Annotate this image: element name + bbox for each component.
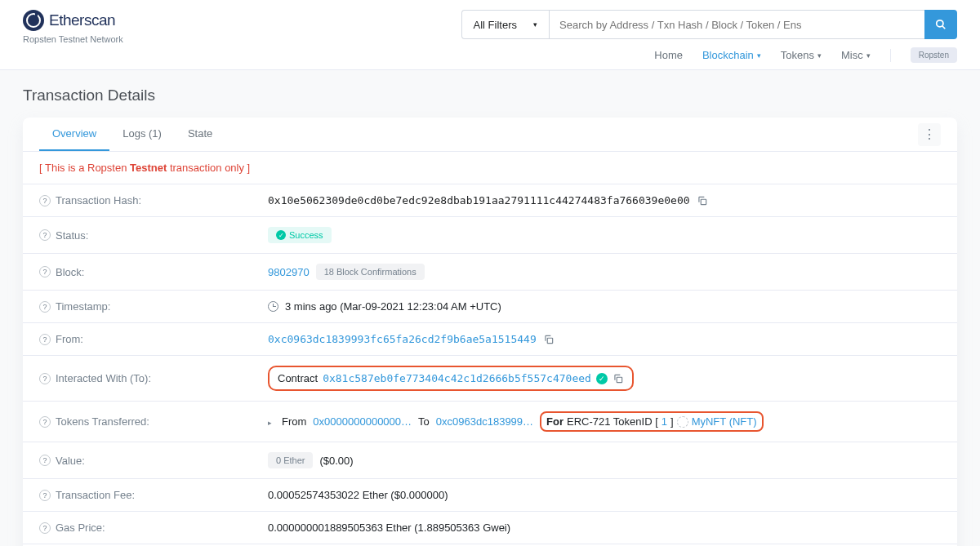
- nav-home[interactable]: Home: [654, 49, 683, 61]
- to-highlight-box: Contract 0x81c587eb0fe773404c42c1d2666b5…: [268, 366, 634, 391]
- arrow-right-icon: [268, 415, 275, 428]
- row-txn-hash: ? Transaction Hash: 0x10e5062309de0cd0be…: [23, 184, 957, 217]
- svg-rect-3: [547, 338, 552, 343]
- tokens-name-link[interactable]: MyNFT (NFT): [692, 415, 757, 428]
- row-value: ? Value: 0 Ether ($0.00): [23, 442, 957, 479]
- svg-rect-2: [701, 199, 706, 204]
- label-from: ? From:: [39, 333, 268, 345]
- tab-state[interactable]: State: [175, 118, 225, 151]
- help-icon[interactable]: ?: [39, 334, 51, 345]
- label-value: ? Value:: [39, 455, 268, 467]
- to-address-link[interactable]: 0x81c587eb0fe773404c42c1d2666b5f557c470e…: [323, 372, 591, 384]
- nav-divider: [890, 49, 891, 62]
- verified-icon: ✓: [596, 373, 608, 384]
- copy-icon[interactable]: [543, 334, 555, 345]
- label-gas: ? Gas Price:: [39, 522, 268, 534]
- help-icon[interactable]: ?: [39, 266, 51, 277]
- value-status: Success: [268, 227, 941, 243]
- svg-rect-4: [617, 377, 621, 382]
- search-input[interactable]: [549, 10, 924, 39]
- row-block: ? Block: 9802970 18 Block Confirmations: [23, 254, 957, 291]
- label-to: ? Interacted With (To):: [39, 372, 268, 384]
- value-usd: ($0.00): [319, 455, 353, 467]
- status-badge: Success: [268, 227, 332, 243]
- help-icon[interactable]: ?: [39, 301, 51, 313]
- tokens-for-label: For: [546, 415, 564, 428]
- label-timestamp: ? Timestamp:: [39, 300, 268, 313]
- header-right: All Filters ▾ Home Blockchain ▾ Tokens ▾…: [461, 10, 957, 63]
- value-txn-hash: 0x10e5062309de0cd0be7edc92e8dbab191aa279…: [268, 194, 941, 206]
- network-label: Ropsten Testnet Network: [23, 34, 123, 44]
- tabs-row: Overview Logs (1) State ⋮: [23, 118, 957, 152]
- help-icon[interactable]: ?: [39, 416, 51, 428]
- logo-text: Etherscan: [49, 11, 115, 29]
- row-to: ? Interacted With (To): Contract 0x81c58…: [23, 356, 957, 402]
- block-confirmations: 18 Block Confirmations: [316, 264, 425, 280]
- ropsten-badge[interactable]: Ropsten: [911, 47, 957, 63]
- value-gas: 0.000000001889505363 Ether (1.889505363 …: [268, 522, 941, 534]
- help-icon[interactable]: ?: [39, 522, 51, 534]
- tokens-erc: ERC-721 TokenID [: [567, 415, 658, 428]
- chevron-down-icon: ▾: [866, 51, 871, 60]
- transaction-card: Overview Logs (1) State ⋮ [ This is a Ro…: [23, 118, 957, 546]
- clock-icon: [268, 301, 278, 312]
- txn-hash-text: 0x10e5062309de0cd0be7edc92e8dbab191aa279…: [268, 194, 690, 206]
- value-value: 0 Ether ($0.00): [268, 452, 941, 468]
- filter-dropdown[interactable]: All Filters ▾: [461, 10, 549, 39]
- label-status: ? Status:: [39, 229, 268, 242]
- value-fee: 0.00052574353022 Ether ($0.000000): [268, 489, 941, 501]
- page-title: Transaction Details: [0, 70, 980, 118]
- more-button[interactable]: ⋮: [918, 123, 941, 146]
- fee-text: 0.00052574353022 Ether ($0.000000): [268, 489, 448, 501]
- tab-logs[interactable]: Logs (1): [109, 118, 175, 151]
- tokens-to-link[interactable]: 0xc0963dc183999…: [436, 415, 533, 428]
- row-timestamp: ? Timestamp: 3 mins ago (Mar-09-2021 12:…: [23, 291, 957, 323]
- value-block: 9802970 18 Block Confirmations: [268, 264, 941, 280]
- chevron-down-icon: ▾: [533, 20, 537, 29]
- block-link[interactable]: 9802970: [268, 266, 310, 278]
- row-tokens: ? Tokens Transferred: From 0x00000000000…: [23, 402, 957, 442]
- nav-blockchain[interactable]: Blockchain ▾: [702, 49, 761, 61]
- tabs: Overview Logs (1) State: [39, 118, 225, 151]
- copy-icon[interactable]: [697, 195, 708, 206]
- timestamp-text: 3 mins ago (Mar-09-2021 12:23:04 AM +UTC…: [285, 300, 501, 313]
- row-gas: ? Gas Price: 0.000000001889505363 Ether …: [23, 512, 957, 544]
- to-prefix: Contract: [278, 372, 318, 384]
- nav-tokens[interactable]: Tokens ▾: [781, 49, 822, 61]
- value-to: Contract 0x81c587eb0fe773404c42c1d2666b5…: [268, 366, 941, 391]
- logo[interactable]: Etherscan: [23, 10, 123, 31]
- help-icon[interactable]: ?: [39, 490, 51, 501]
- svg-point-0: [937, 20, 943, 27]
- gas-text: 0.000000001889505363 Ether (1.889505363 …: [268, 522, 510, 534]
- label-txn-hash: ? Transaction Hash:: [39, 194, 268, 206]
- tokens-from-link[interactable]: 0x0000000000000…: [313, 415, 412, 428]
- help-icon[interactable]: ?: [39, 195, 51, 206]
- label-block: ? Block:: [39, 266, 268, 278]
- nav-row: Home Blockchain ▾ Tokens ▾ Misc ▾ Ropste…: [654, 47, 957, 63]
- label-fee: ? Transaction Fee:: [39, 489, 268, 501]
- tokens-from-label: From: [282, 415, 306, 428]
- tokens-id-link[interactable]: 1: [662, 415, 667, 428]
- tokens-to-label: To: [418, 415, 430, 428]
- filter-label: All Filters: [474, 19, 517, 31]
- row-status: ? Status: Success: [23, 217, 957, 254]
- search-icon: [935, 19, 947, 30]
- copy-icon[interactable]: [612, 373, 624, 384]
- value-badge: 0 Ether: [268, 452, 313, 468]
- value-from: 0xc0963dc1839993fc65fa26cd2f9b6ae5a15154…: [268, 333, 941, 345]
- search-row: All Filters ▾: [461, 10, 957, 39]
- row-from: ? From: 0xc0963dc1839993fc65fa26cd2f9b6a…: [23, 323, 957, 356]
- value-tokens: From 0x0000000000000… To 0xc0963dc183999…: [268, 411, 941, 432]
- chevron-down-icon: ▾: [757, 51, 761, 60]
- help-icon[interactable]: ?: [39, 373, 51, 384]
- logo-icon: [23, 10, 44, 31]
- header: Etherscan Ropsten Testnet Network All Fi…: [0, 0, 980, 70]
- value-timestamp: 3 mins ago (Mar-09-2021 12:23:04 AM +UTC…: [268, 300, 941, 313]
- tab-overview[interactable]: Overview: [39, 118, 109, 151]
- search-button[interactable]: [924, 10, 957, 39]
- tokens-highlight-box: For ERC-721 TokenID [1] MyNFT (NFT): [540, 411, 763, 432]
- nav-misc[interactable]: Misc ▾: [841, 49, 871, 61]
- help-icon[interactable]: ?: [39, 229, 51, 241]
- help-icon[interactable]: ?: [39, 455, 51, 466]
- from-address-link[interactable]: 0xc0963dc1839993fc65fa26cd2f9b6ae5a15154…: [268, 333, 537, 345]
